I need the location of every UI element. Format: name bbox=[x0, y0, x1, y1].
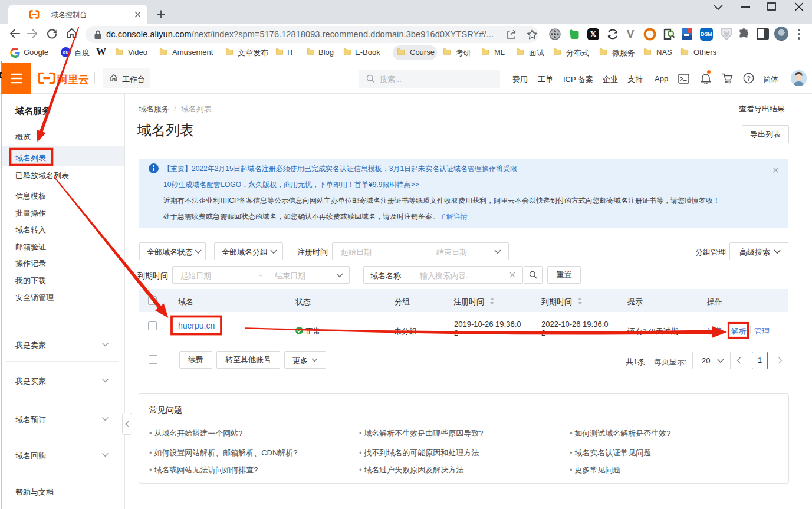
svg-text:?: ? bbox=[747, 75, 750, 82]
